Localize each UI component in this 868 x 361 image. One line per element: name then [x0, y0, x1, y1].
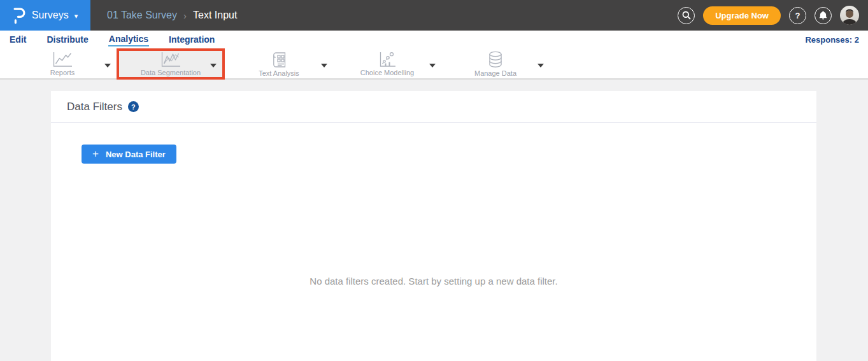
top-bar: Surveys ▾ 01 Take Survey › Text Input Up…: [0, 0, 868, 31]
breadcrumb-page-title: Text Input: [193, 10, 237, 21]
toolbar-item-text-analysis[interactable]: Text Analysis: [225, 48, 333, 80]
survey-nav-tabs: Edit Distribute Analytics Integration Re…: [0, 31, 868, 48]
toolbar-item-label: Choice Modelling: [360, 69, 414, 76]
toolbar-item-label: Manage Data: [474, 69, 516, 77]
tab-analytics[interactable]: Analytics: [108, 32, 149, 46]
segmentation-chart-icon: [160, 52, 181, 67]
question-mark-icon: ?: [795, 11, 800, 20]
scatter-chart-icon: [378, 52, 397, 67]
toolbar-item-label: Data Segmentation: [141, 69, 201, 76]
question-mark-glyph: ?: [131, 103, 136, 111]
line-chart-icon: [52, 52, 73, 67]
app-name: Surveys: [32, 10, 69, 21]
analytics-toolbar: Reports Data Segmentation: [0, 48, 868, 80]
page-background: Data Filters ? + New Data Filter No data…: [0, 80, 868, 361]
toolbar-item-choice-modelling[interactable]: Choice Modelling: [333, 48, 441, 80]
plus-icon: +: [92, 148, 99, 160]
chevron-down-icon[interactable]: [537, 59, 544, 70]
toolbar-item-data-segmentation[interactable]: Data Segmentation: [117, 48, 225, 80]
panel-body: + New Data Filter No data filters create…: [51, 123, 816, 287]
new-data-filter-button[interactable]: + New Data Filter: [82, 145, 176, 164]
notifications-button[interactable]: [815, 7, 832, 24]
upgrade-now-button[interactable]: Upgrade Now: [703, 6, 781, 25]
toolbar-item-reports[interactable]: Reports: [8, 48, 117, 80]
help-button[interactable]: ?: [789, 7, 806, 24]
toolbar-item-manage-data[interactable]: Manage Data: [441, 48, 550, 80]
database-icon: [488, 51, 503, 68]
text-grid-icon: [271, 52, 287, 68]
search-icon: [682, 11, 691, 20]
chevron-down-icon: ▾: [75, 11, 78, 20]
chevron-down-icon[interactable]: [429, 59, 436, 70]
new-data-filter-label: New Data Filter: [106, 150, 166, 159]
tab-edit[interactable]: Edit: [9, 33, 27, 46]
chevron-down-icon[interactable]: [321, 59, 327, 70]
breadcrumb-separator: ›: [183, 10, 187, 21]
data-filters-panel: Data Filters ? + New Data Filter No data…: [51, 91, 816, 361]
toolbar-item-label: Text Analysis: [259, 69, 299, 77]
panel-header: Data Filters ?: [51, 91, 816, 123]
search-button[interactable]: [678, 7, 695, 24]
toolbar-item-label: Reports: [50, 69, 75, 76]
responses-count: Responses: 2: [805, 35, 868, 45]
chevron-down-icon[interactable]: [104, 59, 111, 70]
chevron-down-icon[interactable]: [210, 59, 217, 70]
help-icon[interactable]: ?: [128, 101, 139, 112]
tab-integration[interactable]: Integration: [168, 33, 215, 46]
top-actions: Upgrade Now ?: [678, 6, 868, 25]
breadcrumb-survey-link[interactable]: 01 Take Survey: [107, 10, 177, 21]
proprofs-logo-icon: [13, 6, 26, 24]
empty-state-message: No data filters created. Start by settin…: [51, 276, 816, 287]
bell-icon: [819, 11, 827, 20]
page-title: Data Filters: [67, 101, 122, 113]
tab-distribute[interactable]: Distribute: [46, 33, 89, 46]
app-switcher[interactable]: Surveys ▾: [0, 0, 90, 31]
user-avatar[interactable]: [840, 6, 859, 25]
breadcrumb: 01 Take Survey › Text Input: [107, 10, 237, 21]
